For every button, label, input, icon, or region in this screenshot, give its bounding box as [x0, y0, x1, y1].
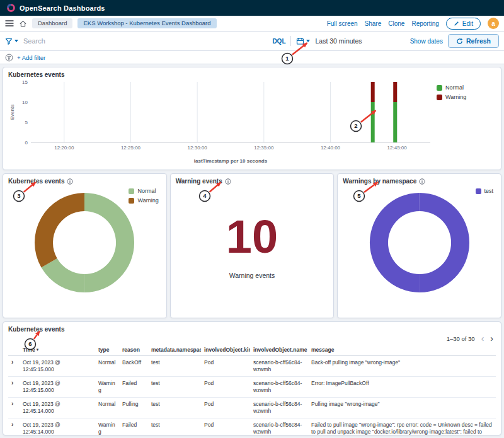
refresh-label: Refresh [466, 37, 491, 45]
bar-segment-normal[interactable] [371, 102, 375, 142]
svg-text:12:20:00: 12:20:00 [54, 145, 74, 151]
legend-item-test[interactable]: test [476, 188, 494, 194]
events-donut-chart [32, 190, 137, 296]
calendar-icon [296, 37, 304, 45]
cell-message: Failed to pull image "wrong-image": rpc … [308, 418, 496, 435]
cell-time: Oct 19, 2023 @ 12:45:15.000 [20, 377, 95, 398]
legend-label: Normal [137, 188, 156, 194]
cell-name: scenario-b-cff56c84-wzwmh [250, 377, 308, 398]
bar-segment-warning[interactable] [371, 82, 375, 102]
full-screen-link[interactable]: Full screen [327, 20, 358, 27]
filter-bar: + Add filter [0, 51, 504, 64]
next-page-button[interactable]: › [490, 334, 493, 343]
table-row: ›Oct 19, 2023 @ 12:45:15.000WarningFaile… [8, 377, 496, 398]
clone-link[interactable]: Clone [388, 20, 404, 27]
expand-row-icon[interactable]: › [11, 421, 13, 428]
column-header-reason[interactable]: reason [119, 344, 148, 356]
expand-row-icon[interactable]: › [11, 379, 13, 386]
legend-swatch [129, 188, 134, 194]
previous-page-button[interactable]: ‹ [481, 334, 484, 343]
show-dates-link[interactable]: Show dates [410, 38, 443, 45]
share-link[interactable]: Share [365, 20, 382, 27]
bar-segment-normal[interactable] [393, 102, 397, 142]
legend-swatch [437, 85, 442, 91]
column-header-time[interactable]: Time▾ [20, 344, 95, 356]
legend-label: Warning [445, 94, 466, 100]
bar-segment-warning[interactable] [393, 82, 397, 102]
nav-actions: Full screen Share Clone Reporting Edit a [327, 18, 499, 30]
column-header-message[interactable]: message [308, 344, 496, 356]
svg-text:12:35:00: 12:35:00 [254, 145, 274, 151]
cell-name: scenario-b-cff56c84-wzwmh [250, 398, 308, 418]
filter-options-icon[interactable] [5, 54, 13, 62]
saved-query-menu-button[interactable] [5, 38, 18, 45]
column-header-type[interactable]: type [95, 344, 119, 356]
top-nav: Dashboard EKS Workshop - Kubernetes Even… [0, 16, 504, 32]
svg-text:Events: Events [9, 105, 15, 120]
donut-slice-test[interactable] [420, 193, 469, 292]
breadcrumb-dashboard[interactable]: Dashboard [32, 18, 72, 28]
legend-item-warning[interactable]: Warning [129, 197, 158, 204]
panel-title[interactable]: Kubernetes events [8, 326, 496, 333]
refresh-icon [456, 38, 463, 45]
search-input[interactable] [23, 37, 267, 45]
panel-title[interactable]: Kubernetes events [8, 178, 64, 185]
legend-item-normal[interactable]: Normal [437, 84, 491, 91]
events-table: Time▾typereasonmetadata.namespaceinvolve… [8, 344, 496, 435]
opensearch-logo-icon[interactable] [6, 3, 16, 13]
legend-label: Warning [137, 197, 158, 204]
chart-legend: NormalWarning [129, 188, 158, 204]
panel-kubernetes-events-table: Kubernetes events 1–30 of 30 ‹ › Time▾ty… [3, 321, 501, 435]
cell-reason: BackOff [119, 356, 148, 377]
donut-slice-warning[interactable] [35, 193, 84, 268]
panel-warning-events-metric: Warning events 10 Warning events [170, 173, 335, 318]
info-icon[interactable] [67, 178, 73, 185]
cell-message: Error: ImagePullBackOff [308, 377, 496, 398]
panel-title[interactable]: Warnings by namespace [343, 178, 416, 185]
reporting-link[interactable]: Reporting [411, 20, 438, 27]
edit-button[interactable]: Edit [446, 18, 481, 30]
avatar[interactable]: a [488, 18, 499, 29]
warning-count-value: 10 [226, 214, 278, 260]
svg-text:0: 0 [25, 140, 28, 146]
expand-row-icon[interactable]: › [11, 400, 13, 407]
cell-namespace: test [148, 377, 201, 398]
cell-reason: Failed [119, 377, 148, 398]
legend-swatch [476, 188, 481, 194]
calendar-dropdown-button[interactable] [296, 37, 310, 45]
panel-title[interactable]: Kubernetes events [8, 71, 496, 78]
cell-type: Normal [95, 398, 119, 418]
refresh-button[interactable]: Refresh [448, 34, 499, 48]
info-icon[interactable] [419, 178, 425, 185]
chevron-down-icon [14, 40, 18, 42]
table-row: ›Oct 19, 2023 @ 12:45:14.000WarningFaile… [8, 418, 496, 435]
pencil-icon [454, 20, 460, 26]
expand-row-icon[interactable]: › [11, 359, 13, 366]
column-header-metadata-namespace[interactable]: metadata.namespace [148, 344, 201, 356]
panel-kubernetes-events-donut: Kubernetes events NormalWarning [3, 173, 167, 318]
cell-type: Warning [95, 377, 119, 398]
svg-text:15: 15 [22, 79, 28, 85]
donut-slice-normal[interactable] [84, 193, 134, 292]
svg-text:10: 10 [22, 100, 28, 105]
namespace-donut-chart [367, 190, 472, 296]
query-language-button[interactable]: DQL [272, 38, 285, 45]
legend-item-warning[interactable]: Warning [437, 94, 491, 100]
donut-slice-test[interactable] [370, 193, 420, 292]
column-header-involvedobject-name[interactable]: involvedObject.name [250, 344, 308, 356]
app-title: OpenSearch Dashboards [20, 4, 105, 12]
menu-icon[interactable] [5, 20, 14, 27]
svg-text:12:45:00: 12:45:00 [387, 145, 408, 151]
add-filter-button[interactable]: + Add filter [17, 54, 45, 61]
filter-icon [5, 38, 13, 45]
cell-type: Normal [95, 356, 119, 377]
column-header-involvedobject-kind[interactable]: involvedObject.kind [201, 344, 250, 356]
chart-legend: NormalWarning [437, 78, 491, 100]
cell-time: Oct 19, 2023 @ 12:45:14.000 [20, 418, 95, 435]
cell-kind: Pod [201, 356, 250, 377]
time-range-value[interactable]: Last 30 minutes [315, 37, 362, 45]
home-icon[interactable] [19, 20, 27, 28]
breadcrumb-current-dashboard[interactable]: EKS Workshop - Kubernetes Events Dashboa… [77, 18, 216, 28]
legend-item-normal[interactable]: Normal [129, 188, 158, 194]
table-row: ›Oct 19, 2023 @ 12:45:14.000NormalPullin… [8, 398, 496, 418]
